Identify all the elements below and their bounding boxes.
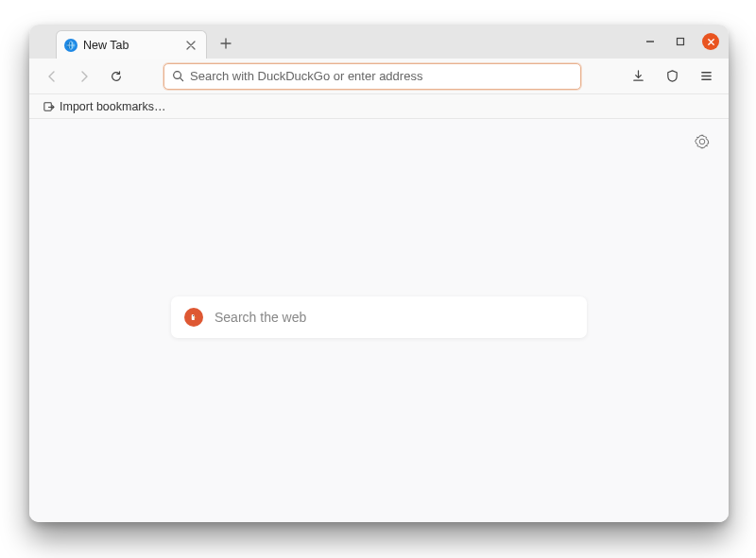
bookmarks-toolbar: Import bookmarks… xyxy=(29,94,729,119)
tab-favicon-icon xyxy=(64,39,77,52)
browser-window: New Tab xyxy=(29,25,729,522)
reload-button[interactable] xyxy=(103,63,129,90)
new-tab-button[interactable] xyxy=(213,30,239,57)
svg-rect-4 xyxy=(678,39,684,45)
tab-strip: New Tab xyxy=(29,25,729,59)
forward-button[interactable] xyxy=(71,63,97,90)
import-bookmarks-button[interactable]: Import bookmarks… xyxy=(39,98,170,115)
gear-icon xyxy=(695,134,710,149)
newtab-content xyxy=(29,119,729,522)
newtab-search-input[interactable] xyxy=(215,310,574,325)
tab-close-button[interactable] xyxy=(183,38,198,53)
window-close-button[interactable] xyxy=(702,33,719,50)
downloads-button[interactable] xyxy=(625,63,651,90)
svg-point-12 xyxy=(193,315,194,316)
svg-line-6 xyxy=(180,78,183,81)
window-maximize-button[interactable] xyxy=(672,33,689,50)
window-minimize-button[interactable] xyxy=(642,33,659,50)
address-bar[interactable] xyxy=(163,63,581,90)
newtab-settings-button[interactable] xyxy=(691,130,713,153)
shield-icon[interactable] xyxy=(659,63,685,90)
window-controls xyxy=(642,25,719,59)
duckduckgo-icon xyxy=(184,308,203,327)
search-icon xyxy=(172,70,184,82)
back-button[interactable] xyxy=(39,63,65,90)
import-bookmarks-label: Import bookmarks… xyxy=(60,100,166,113)
toolbar-actions xyxy=(625,63,719,90)
address-input[interactable] xyxy=(190,69,573,83)
tab-title: New Tab xyxy=(83,39,178,52)
tab-new-tab[interactable]: New Tab xyxy=(56,30,207,59)
newtab-search-box[interactable] xyxy=(171,296,587,338)
menu-button[interactable] xyxy=(693,63,719,90)
navigation-toolbar xyxy=(29,59,729,94)
import-icon xyxy=(43,100,55,112)
